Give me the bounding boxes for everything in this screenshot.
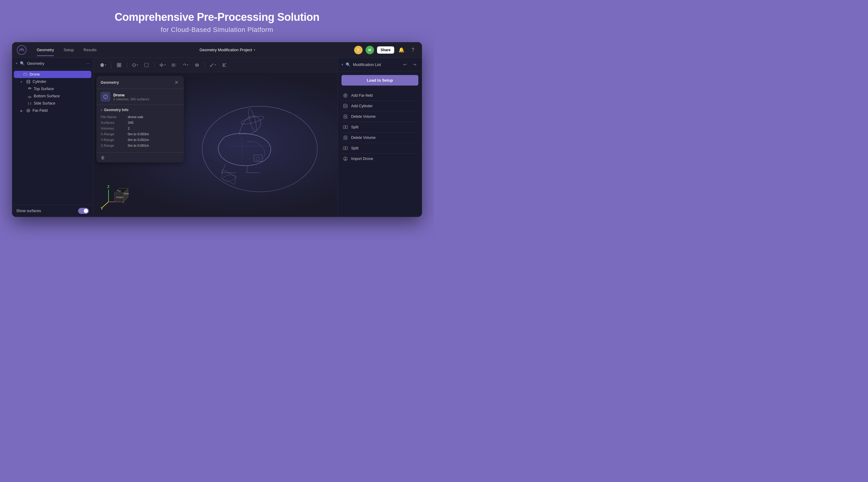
tree-content: ▾ Drone :: ▾ [12,69,93,204]
tree-item-bottom-surface[interactable]: Bottom Surface [12,93,93,100]
rotate-btn[interactable]: ▾ [181,60,190,70]
transform-btn[interactable]: ▾ [158,60,167,70]
mirror-btn[interactable] [169,60,179,70]
toolbar-divider-3 [154,62,155,68]
mod-label-add-cylinder: Add Cylinder [351,104,373,108]
mod-item-delete-volume-1[interactable]: Delete Volume [341,111,418,122]
right-panel: ▾ 🔍 Modification List ↩ ↪ Load to Setup [338,58,422,217]
svg-point-5 [27,80,30,81]
tab-geometry[interactable]: Geometry [33,46,58,54]
help-icon[interactable]: ? [409,46,417,54]
show-surfaces-toggle[interactable] [78,208,89,214]
load-to-setup-btn[interactable]: Load to Setup [341,75,418,86]
right-panel-arrow[interactable]: ▾ [341,63,343,67]
tree-item-top-surface[interactable]: Top Surface [12,85,93,93]
svg-rect-20 [119,63,121,65]
drag-icon-drone: :: [86,73,88,76]
svg-rect-19 [117,63,119,65]
view3d-btn[interactable]: ▾ [130,60,140,70]
svg-rect-2 [24,73,27,75]
mod-split-1-icon [343,125,348,130]
orientation-cube-svg: Z X Y Front Top Back [99,175,135,211]
tree-item-cylinder[interactable]: ▾ Cylinder [12,78,93,85]
mod-item-import-drone[interactable]: Import Drone [341,154,418,164]
svg-point-43 [202,106,317,192]
scissors-btn[interactable] [219,60,229,70]
mod-item-split-1[interactable]: Split [341,122,418,133]
tree-item-drone[interactable]: ▾ Drone :: [14,71,91,78]
svg-point-14 [27,109,30,112]
hero-section: Comprehensive Pre-Processing Solution fo… [0,0,434,42]
svg-line-40 [224,65,226,67]
app-window: Geometry Setup Results Geometry Modifica… [12,42,422,217]
tree-arrow-farfield: ▶ [21,109,24,113]
right-panel-title: Modification List [353,62,399,67]
svg-point-15 [28,110,29,111]
tab-setup[interactable]: Setup [59,46,78,54]
mod-label-delete-volume-2: Delete Volume [351,135,375,140]
hero-title: Comprehensive Pre-Processing Solution [0,11,434,24]
main-content: ▾ 🔍 Geometry ··· ▾ Drone [12,58,422,217]
svg-point-24 [161,64,162,66]
panel-menu-icon[interactable]: ··· [86,61,90,66]
search-icon: 🔍 [20,61,25,66]
redo-btn[interactable]: ↪ [411,61,418,68]
svg-rect-72 [343,147,345,150]
svg-line-51 [102,202,108,207]
mod-import-drone-icon [343,156,348,161]
right-panel-header: ▾ 🔍 Modification List ↩ ↪ [338,58,422,71]
top-nav: Geometry Setup Results Geometry Modifica… [12,42,422,58]
svg-point-48 [222,174,236,182]
svg-text:Y: Y [101,206,103,211]
avatar-m: M [366,46,374,54]
boolean-btn[interactable] [192,60,202,70]
share-button[interactable]: Share [377,46,394,54]
project-title[interactable]: Geometry Modification Project ▾ [199,47,255,52]
transform-dropdown-icon: ▾ [164,64,166,66]
tree-item-farfield[interactable]: ▶ Far-Field [12,107,93,114]
left-panel-header: ▾ 🔍 Geometry ··· [12,58,93,69]
svg-rect-70 [346,126,347,129]
tree-item-side-surface[interactable]: Side Surface [12,100,93,107]
rotate-dropdown-icon: ▾ [187,64,188,66]
tree-label-bottom-surface: Bottom Surface [34,94,60,98]
nav-tabs: Geometry Setup Results [33,46,101,54]
mod-delete-volume-2-icon [343,135,348,140]
mod-item-split-2[interactable]: Split [341,143,418,154]
svg-rect-46 [254,155,262,161]
mod-label-split-1: Split [351,125,358,129]
mod-label-delete-volume-1: Delete Volume [351,115,375,119]
tab-results[interactable]: Results [79,46,101,54]
sphere-mode-btn[interactable]: ▾ [98,60,108,70]
measure-btn[interactable]: ▾ [208,60,218,70]
undo-btn[interactable]: ↩ [401,61,409,68]
tree-label-side-surface: Side Surface [34,101,56,105]
nav-right: T M Share 🔔 ? [354,46,417,54]
measure-dropdown-icon: ▾ [215,64,216,66]
panel-collapse-icon[interactable]: ▾ [16,61,18,65]
side-surface-icon [27,101,32,105]
svg-point-10 [28,88,31,89]
mod-item-add-farfield[interactable]: Add Far-field [341,90,418,101]
grid-btn[interactable] [114,60,124,70]
mod-item-delete-volume-2[interactable]: Delete Volume [341,133,418,143]
panel-search-label[interactable]: Geometry [27,61,84,66]
svg-line-39 [224,63,226,65]
select-btn[interactable] [142,60,151,70]
tree-label-cylinder: Cylinder [33,79,46,84]
notifications-icon[interactable]: 🔔 [397,46,406,54]
svg-line-34 [210,64,213,67]
svg-rect-73 [346,147,347,150]
svg-point-1 [21,50,22,51]
svg-point-11 [28,96,31,98]
right-panel-search-icon: 🔍 [346,62,350,67]
svg-text:Z: Z [107,185,110,189]
viewport-canvas[interactable]: Geometry ✕ Drone [93,72,338,217]
toolbar-divider-1 [111,62,111,68]
svg-rect-30 [174,64,176,66]
mod-item-add-cylinder[interactable]: Add Cylinder [341,101,418,111]
svg-rect-21 [117,65,119,67]
top-surface-icon [27,87,32,91]
svg-rect-23 [145,63,148,67]
drone-icon [23,72,28,76]
